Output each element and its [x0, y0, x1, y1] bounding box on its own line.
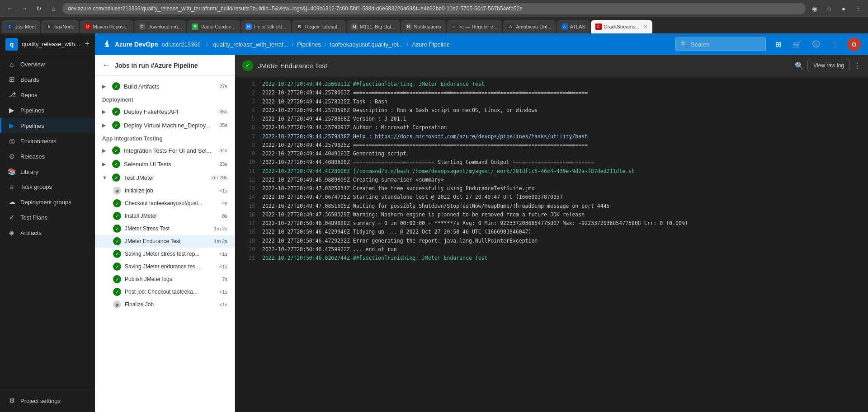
tab-notifications[interactable]: N Notifications [401, 20, 446, 33]
toggle-deploy-fakerestapi-icon[interactable]: ▶ [102, 109, 108, 115]
tab-regex[interactable]: R Regex Tutorial... [292, 20, 346, 33]
tab-maven[interactable]: M Maven Reposi... [80, 20, 133, 33]
job-duration-deploy-vm: 35s [219, 122, 227, 128]
jobs-panel: ← Jobs in run #Azure Pipeline ▶ ✓ Build … [95, 55, 235, 412]
sidebar-item-pipelines-parent[interactable]: ▶ Pipelines [0, 103, 95, 118]
step-post-checkout[interactable]: ✓ Post-job: Checkout taofeeka... <1s [95, 286, 235, 298]
tab-label-crackstreams: CrackStreams... [604, 24, 640, 29]
sidebar-item-library[interactable]: 📚 Library [0, 164, 95, 179]
sidebar-item-task-groups[interactable]: ≡ Task groups [0, 179, 95, 194]
reload-button[interactable]: ↻ [33, 2, 45, 15]
step-jmeter-endurance[interactable]: ✓ JMeter Endurance Test 1m 2s [95, 235, 235, 248]
back-button[interactable]: ← [4, 2, 16, 15]
tab-atlas[interactable]: A ATLAS [557, 20, 590, 33]
search-box[interactable]: 🔍 Search [675, 37, 766, 51]
tab-m111[interactable]: M M111: Big Dat... [347, 20, 400, 33]
breadcrumb-project[interactable]: quality_release_with_terraf... [213, 41, 288, 48]
tab-close-icon[interactable]: ✕ [643, 23, 648, 30]
tab-radio[interactable]: R Radio Garden... [187, 20, 240, 33]
browser-bar: ← → ↻ ⌂ dev.azure.com/odluser213366/qual… [0, 0, 868, 17]
sidebar-item-artifacts[interactable]: ◈ Artifacts [0, 225, 95, 240]
sidebar-item-label-task-groups: Task groups [20, 183, 52, 190]
toggle-integration-tests-icon[interactable]: ▶ [102, 148, 108, 154]
sidebar-item-project-settings[interactable]: ⚙ Project settings [0, 393, 95, 408]
basket-button[interactable]: 🛒 [790, 37, 804, 51]
log-line-16: 16 2022-10-27T20:49:47.3650329Z Warning:… [235, 211, 868, 219]
step-checkout[interactable]: ✓ Checkout taofeekaoyusuf/qual... 4s [95, 197, 235, 210]
log-line-10: 10 2022-10-27T20:49:44.4080680Z ========… [235, 158, 868, 167]
browser-controls: ← → ↻ ⌂ [4, 2, 60, 15]
toggle-deploy-vm-icon[interactable]: ▶ [102, 122, 108, 128]
step-initialize-job[interactable]: ◉ Initialize job <1s [95, 184, 235, 197]
log-line-num-11: 11 [242, 168, 255, 175]
tab-amubieya[interactable]: A Amubieya Onl... [503, 20, 556, 33]
bookmark-button[interactable]: ☆ [823, 2, 835, 15]
sidebar-item-boards[interactable]: ⊞ Boards [0, 72, 95, 87]
job-duration-build-artifacts: 27s [219, 84, 227, 89]
help-button[interactable]: ⓘ [809, 37, 823, 51]
app-integration-section-label: App Integration Testing [95, 132, 235, 144]
topbar-sep-1: / [206, 41, 208, 48]
tab-re[interactable]: r re — Regular e... [447, 20, 502, 33]
job-deploy-vm[interactable]: ▶ ✓ Deploy Virtual Machine_Deploy... 35s [95, 118, 235, 132]
step-publish-logs[interactable]: ✓ Publish JMeter logs 7s [95, 273, 235, 286]
artifacts-icon: ◈ [8, 229, 16, 237]
topbar: Azure DevOps odluser213366 / quality_rel… [95, 33, 868, 55]
tab-jitsi[interactable]: J Jitsi Meet [2, 20, 40, 33]
topbar-sep-2: / [292, 41, 294, 48]
log-more-options-button[interactable]: ⋮ [854, 61, 861, 70]
add-project-button[interactable]: + [85, 39, 90, 49]
log-line-text-6: 2022-10-27T20:49:44.2579091Z Author : Mi… [262, 124, 447, 131]
toggle-selenium-ui-icon[interactable]: ▶ [102, 161, 108, 167]
breadcrumb-pipelines[interactable]: Pipelines [297, 41, 321, 48]
sidebar-item-environments[interactable]: ◎ Environments [0, 133, 95, 149]
sidebar-item-overview[interactable]: ⌂ Overview [0, 57, 95, 72]
sidebar-item-repos[interactable]: ⎇ Repos [0, 87, 95, 103]
sidebar-item-deployment-groups[interactable]: ☁ Deployment groups [0, 194, 95, 210]
user-avatar[interactable]: O [847, 37, 861, 51]
toggle-test-jmeter-icon[interactable]: ▼ [102, 175, 108, 180]
profile-button[interactable]: ● [837, 2, 850, 15]
jobs-back-button[interactable]: ← [102, 61, 110, 70]
more-button[interactable]: ⋮ [852, 2, 864, 15]
breadcrumb-azure-pipeline[interactable]: Azure Pipeline [412, 41, 450, 48]
step-save-stress-rep[interactable]: ✓ Saving JMeter stress test rep... <1s [95, 248, 235, 260]
tab-hellotalk[interactable]: H HelloTalk old... [241, 20, 291, 33]
view-raw-log-button[interactable]: View raw log [807, 60, 850, 71]
tab-download[interactable]: D Download mu... [134, 20, 186, 33]
log-line-text-7[interactable]: 2022-10-27T20:49:44.2579438Z Help : http… [262, 133, 588, 140]
sidebar-item-label-repos: Repos [20, 92, 38, 98]
status-icon-deploy-vm: ✓ [112, 121, 120, 129]
job-selenium-ui[interactable]: ▶ ✓ Selenuim UI Tests 23s [95, 157, 235, 171]
job-build-artifacts[interactable]: ▶ ✓ Build Artifacts 27s [95, 80, 235, 93]
main-content: ← Jobs in run #Azure Pipeline ▶ ✓ Build … [95, 55, 868, 412]
job-deploy-fakerestapi[interactable]: ▶ ✓ Deploy FakeRestAPI 35s [95, 105, 235, 118]
sidebar-item-label-project-settings: Project settings [20, 398, 61, 404]
grid-menu-button[interactable]: ⊞ [771, 37, 785, 51]
tab-haxnode[interactable]: h haxNode [41, 20, 79, 33]
job-test-jmeter[interactable]: ▼ ✓ Test JMeter 2m 28s [95, 171, 235, 184]
url-bar[interactable]: dev.azure.com/odluser213366/quality_rele… [62, 3, 806, 14]
topbar-org[interactable]: odluser213366 [162, 41, 201, 48]
step-jmeter-stress[interactable]: ✓ JMeter Stress Test 1m 2s [95, 222, 235, 235]
sidebar-item-pipelines[interactable]: ▶ Pipelines [0, 118, 95, 133]
tab-crackstreams[interactable]: C CrackStreams... ✕ [591, 20, 653, 33]
sidebar-item-releases[interactable]: ⊙ Releases [0, 149, 95, 164]
job-integration-tests[interactable]: ▶ ✓ Integration Tests For UI and Sel... … [95, 144, 235, 157]
log-search-button[interactable]: 🔍 [795, 61, 804, 70]
breadcrumb-quality-rel[interactable]: taofeekaoyusuf.quality_rel... [330, 41, 403, 48]
log-line-text-10: 2022-10-27T20:49:44.4080680Z ===========… [262, 159, 594, 166]
sidebar-item-label-pipelines: Pipelines [20, 122, 44, 129]
home-button[interactable]: ⌂ [47, 2, 60, 15]
step-finalize-job[interactable]: ◉ Finalize Job <1s [95, 298, 235, 311]
extensions-button[interactable]: ◉ [808, 2, 821, 15]
status-icon-install-jmeter: ✓ [113, 212, 121, 220]
toggle-build-artifacts-icon[interactable]: ▶ [102, 84, 108, 89]
forward-button[interactable]: → [18, 2, 31, 15]
step-install-jmeter[interactable]: ✓ Install JMeter 8s [95, 210, 235, 222]
log-panel: ✓ JMeter Endurance Test 🔍 View raw log ⋮… [235, 55, 868, 412]
user-settings-button[interactable]: 👤 [828, 37, 842, 51]
sidebar-footer: ⚙ Project settings [0, 389, 95, 412]
step-save-endurance[interactable]: ✓ Saving JMeter endurance tes... <1s [95, 260, 235, 273]
sidebar-item-test-plans[interactable]: ✓ Test Plans [0, 210, 95, 225]
